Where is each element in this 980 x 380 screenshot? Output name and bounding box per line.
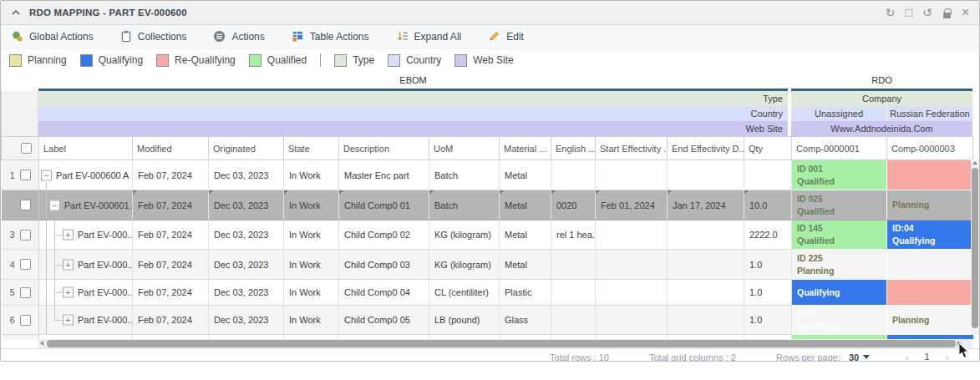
column-header[interactable]: End Effectivity D... [668, 137, 744, 160]
column-header[interactable]: UoM [429, 137, 500, 160]
column-header[interactable]: Description [339, 137, 429, 160]
column-header[interactable]: Label [39, 137, 133, 160]
rdo-status-cell[interactable] [887, 280, 973, 306]
table-row[interactable]: 5+Part EV-000...Feb 07, 2024Dec 03, 2023… [2, 280, 973, 306]
grid-cell: Batch [429, 190, 500, 220]
global-actions-icon [11, 30, 23, 43]
expand-icon[interactable]: + [63, 259, 74, 270]
vertical-scroll-thumb[interactable] [972, 168, 978, 328]
select-all-checkbox[interactable] [21, 143, 32, 154]
rdo-status-cell[interactable]: ID 001Qualified [792, 160, 887, 190]
ebom-group-header: EBOM [38, 74, 788, 91]
row-checkbox[interactable] [20, 287, 31, 298]
rdo-status-cell[interactable]: ID 145Qualified [792, 220, 887, 250]
next-page-button[interactable]: › [946, 351, 949, 362]
column-header[interactable]: Modified [133, 137, 209, 160]
collapse-icon[interactable]: − [49, 200, 60, 210]
column-header[interactable]: Originated [209, 137, 284, 160]
row-checkbox[interactable] [20, 170, 31, 180]
row-checkbox[interactable] [20, 315, 31, 326]
grid-cell [596, 250, 668, 280]
legend-item-requalifying: Re-Qualifying [156, 54, 236, 67]
vertical-scrollbar[interactable] [971, 160, 979, 335]
table-actions-button[interactable]: Table Actions [292, 30, 369, 43]
horizontal-scroll-thumb[interactable] [47, 340, 956, 347]
rows-per-page: Rows per page: 30 [776, 352, 870, 362]
rdo-status-cell[interactable] [887, 250, 973, 280]
chevron-down-icon [863, 355, 870, 359]
actions-button[interactable]: Actions [213, 30, 264, 43]
part-label: Part EV-000... [78, 315, 133, 325]
collapse-chevron-icon[interactable] [11, 8, 21, 17]
maximize-icon[interactable]: □ [905, 7, 911, 18]
rdo-status-cell[interactable]: 4785Qualifying [792, 306, 887, 335]
table-row[interactable]: −Part EV-000601 AFeb 07, 2024Dec 03, 202… [2, 190, 973, 220]
part-label: Part EV-000... [78, 260, 133, 270]
grid-cell: Metal [500, 250, 551, 280]
column-header[interactable]: Start Effectivity ... [596, 137, 668, 160]
scroll-left-icon[interactable] [40, 341, 43, 346]
grid-cell [668, 220, 744, 250]
grid-cell: 1.0 [744, 250, 792, 280]
actions-icon [213, 30, 226, 43]
grid-cell: Dec 03, 2023 [209, 250, 284, 280]
close-icon[interactable]: × [962, 7, 969, 18]
rdo-status-cell[interactable] [887, 160, 973, 190]
grid-cell: Feb 07, 2024 [133, 306, 209, 335]
grid-cell: In Work [284, 160, 339, 190]
row-checkbox[interactable] [20, 200, 31, 210]
legend-item-country: Country [388, 54, 441, 67]
row-checkbox[interactable] [20, 230, 31, 241]
grid-cell: Child Comp0 01 [339, 190, 429, 220]
column-header[interactable]: Comp-0000003 [887, 137, 973, 160]
refresh-icon[interactable]: ↻ [886, 7, 896, 18]
lock-icon[interactable] [942, 7, 952, 19]
collections-button[interactable]: Collections [120, 30, 187, 43]
rdo-status-cell[interactable]: ID:04Qualifying [887, 220, 973, 250]
previous-page-button[interactable]: ‹ [905, 351, 908, 362]
rdo-status-cell[interactable]: Planning [887, 190, 973, 220]
grid-cell [551, 306, 596, 335]
rdo-status-cell[interactable]: ID 225Planning [792, 250, 887, 280]
expand-all-button[interactable]: Expand All [396, 30, 462, 43]
horizontal-scrollbar[interactable] [38, 339, 972, 348]
collapse-icon[interactable]: − [41, 170, 52, 180]
scroll-up-icon[interactable] [972, 161, 977, 165]
table-row[interactable]: 3+Part EV-000...Feb 07, 2024Dec 03, 2023… [2, 220, 973, 250]
column-header[interactable]: English ... [551, 137, 596, 160]
global-actions-button[interactable]: Global Actions [11, 30, 94, 43]
table-row[interactable]: 4+Part EV-000...Feb 07, 2024Dec 03, 2023… [2, 250, 973, 280]
panel-titlebar: RDO MAPPING - PART EV-000600 ↻ □ ↺ × [1, 1, 979, 25]
undo-icon[interactable]: ↺ [922, 7, 932, 18]
column-header[interactable]: State [284, 137, 339, 160]
table-row[interactable]: 6+Part EV-000...Feb 07, 2024Dec 03, 2023… [2, 306, 973, 335]
edit-button[interactable]: Edit [488, 30, 524, 43]
country-band-value-2: Russian Federation [886, 106, 972, 121]
qualifying-swatch [80, 54, 93, 67]
column-header[interactable]: Qty [744, 137, 792, 160]
grid-cell: Metal [500, 160, 551, 190]
rows-per-page-select[interactable]: 30 [849, 352, 870, 362]
web-site-band-label: Web Site [38, 121, 788, 136]
rdo-status-cell[interactable]: Qualifying [792, 280, 887, 306]
row-checkbox[interactable] [20, 259, 31, 270]
grid-cell: Jan 17, 2024 [668, 190, 744, 220]
current-page[interactable]: 1 [923, 352, 932, 362]
grid-cell [668, 280, 744, 306]
grid-cell: 2222.0 [744, 220, 792, 250]
qualified-swatch [249, 54, 262, 67]
grid-cell: Dec 03, 2023 [209, 280, 284, 306]
table-row[interactable]: 1−Part EV-000600 AFeb 07, 2024Dec 03, 20… [2, 160, 973, 190]
expand-icon[interactable]: + [63, 287, 74, 298]
grid: EBOM RDO Type Company Country Unassigned… [1, 74, 979, 348]
rdo-status-cell[interactable]: ID 025Qualified [792, 190, 887, 220]
grid-cell: In Work [284, 250, 339, 280]
grid-cell [596, 160, 668, 190]
expand-icon[interactable]: + [63, 315, 74, 326]
rdo-status-cell[interactable]: Planning [887, 306, 973, 335]
column-header[interactable]: Comp-0000001 [792, 137, 887, 160]
label-cell: −Part EV-000600 A [39, 160, 133, 190]
row-number: 3 [4, 230, 15, 240]
expand-icon[interactable]: + [63, 230, 74, 241]
column-header[interactable]: Material ... [500, 137, 551, 160]
